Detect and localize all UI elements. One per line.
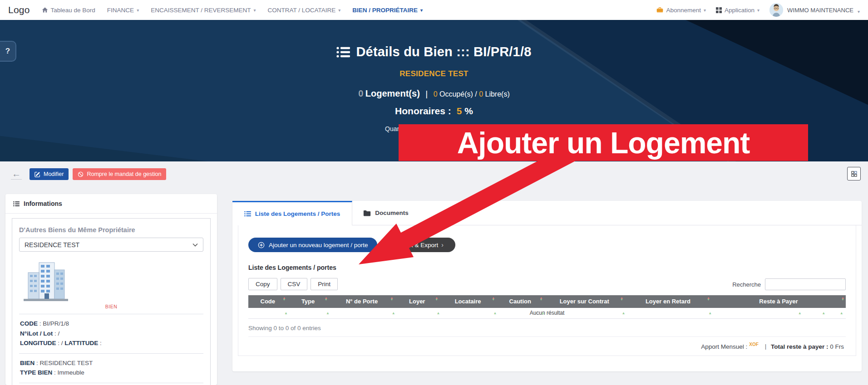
nav-label: BIEN / PROPRIÉTAIRE (352, 7, 418, 14)
libres-count: 0 (479, 90, 483, 98)
navbar-right: Abonnement ▾ Application ▾ WIMMO MAINTEN… (656, 3, 860, 17)
sort-icons: ▲▼ (325, 297, 328, 301)
col-caution[interactable]: Caution▲▼ (496, 295, 544, 308)
footer-sort-marker: ▲ (622, 311, 626, 315)
select-value: RESIDENCE TEST (25, 241, 79, 249)
rompre-mandat-button[interactable]: Rompre le mandat de gestion (73, 168, 166, 180)
caret-down-icon: ▾ (253, 8, 256, 13)
sort-icons: ▲▼ (707, 297, 710, 301)
user-menu[interactable]: WIMMO MAINTENANCE ▾ (769, 3, 860, 17)
col-no-porte[interactable]: N° de Porte▲▼ (329, 295, 395, 308)
caret-down-icon: ▾ (858, 9, 860, 14)
top-navbar: Logo Tableau de Bord FINANCE ▾ ENCAISSEM… (0, 0, 868, 20)
search-area: Recherche (732, 278, 846, 290)
sort-icons: ▲▼ (841, 297, 844, 301)
totals-separator: | (765, 343, 767, 350)
footer-sort-marker: ▲ (392, 311, 395, 315)
rompre-label: Rompre le mandat de gestion (87, 171, 161, 177)
briefcase-icon (656, 7, 663, 13)
nav-encaissement-reversement[interactable]: ENCAISSEMENT / REVERSEMENT ▾ (151, 7, 256, 14)
nav-contrat-locataire[interactable]: CONTRAT / LOCATAIRE ▾ (267, 7, 340, 14)
nav-label: Application (725, 7, 755, 14)
col-locataire[interactable]: Locataire▲▼ (439, 295, 496, 308)
export-buttons: Copy CSV Print (248, 278, 338, 290)
footer-sort-marker: ▲ (822, 311, 825, 315)
col-loyer[interactable]: Loyer▲▼ (395, 295, 439, 308)
search-input[interactable] (765, 278, 846, 290)
tab-liste-logements[interactable]: Liste des Logements / Portes (232, 201, 352, 225)
grid-squares-icon (851, 171, 857, 177)
layout-grid-button[interactable] (847, 167, 861, 180)
honoraires-label: Honoraires : (395, 106, 451, 116)
modifier-button[interactable]: Modifier (30, 168, 69, 180)
nav-label: FINANCE (107, 7, 134, 14)
caret-down-icon: ▾ (137, 8, 139, 13)
copy-button[interactable]: Copy (248, 278, 277, 290)
col-reste-payer[interactable]: Reste à Payer▲▼ (711, 295, 846, 308)
info-group-bien: BIEN : RESIDENCE TEST TYPE BIEN : Immeub… (19, 353, 203, 383)
annotation-banner: Ajouter un Logement (399, 124, 808, 161)
total-reste-label: Total reste à payer : (771, 343, 829, 350)
sort-icons: ▲▼ (435, 297, 438, 301)
nav-bien-proprietaire[interactable]: BIEN / PROPRIÉTAIRE ▾ (352, 7, 423, 14)
footer-sort-marker: ▲ (437, 311, 440, 315)
honoraires-value: 5 (457, 106, 462, 116)
totals-row: Apport Mensuel :XOF | Total reste à paye… (248, 336, 846, 356)
nav-finance[interactable]: FINANCE ▾ (107, 7, 139, 14)
libres-label: Libre(s) (485, 90, 510, 98)
app-logo[interactable]: Logo (8, 5, 30, 15)
building-image (19, 259, 203, 302)
col-type[interactable]: Type▲▼ (287, 295, 329, 308)
back-arrow[interactable]: ← (11, 169, 22, 180)
col-loyer-contrat[interactable]: Loyer sur Contrat▲▼ (544, 295, 625, 308)
sort-icons: ▲▼ (492, 297, 495, 301)
import-export-button[interactable]: Import & Export › (384, 238, 455, 252)
folder-icon (363, 210, 371, 216)
lot-row: N°iLot / Lot : / (20, 329, 202, 339)
print-button[interactable]: Print (311, 278, 338, 290)
debut-reversement-row: DEBUT DE REVERSEMENT : 05/05/2025 (19, 383, 203, 385)
caret-down-icon: ▾ (420, 8, 423, 13)
occupes-label: Occupé(s) / (439, 90, 477, 98)
other-biens-select[interactable]: RESIDENCE TEST (19, 238, 203, 252)
ban-icon (78, 171, 84, 177)
property-name: RESIDENCE TEST (0, 69, 868, 78)
import-export-label: Import & Export (395, 242, 438, 249)
search-label: Recherche (732, 281, 761, 288)
add-logement-button[interactable]: Ajouter un nouveau logement / porte (248, 238, 377, 252)
nav-tableau-de-bord[interactable]: Tableau de Bord (42, 7, 95, 14)
tab-documents[interactable]: Documents (352, 201, 419, 225)
col-loyer-retard[interactable]: Loyer en Retard▲▼ (625, 295, 711, 308)
csv-button[interactable]: CSV (281, 278, 308, 290)
plus-circle-icon (258, 242, 265, 249)
nav-label: ENCAISSEMENT / REVERSEMENT (151, 7, 251, 14)
hero-content: Détails du Bien ::: BI/PR/1/8 RESIDENCE … (0, 20, 868, 117)
col-code[interactable]: Code▲▼ (248, 295, 287, 308)
nav-label: Abonnement (666, 7, 701, 14)
grid-icon (716, 7, 722, 13)
avatar (769, 3, 783, 17)
page-title: Détails du Bien ::: BI/PR/1/8 (0, 44, 868, 59)
footer-sort-marker: ▲ (840, 311, 843, 315)
edit-icon (35, 171, 40, 177)
other-biens-label: D'Autres Biens du Même Propriétaire (19, 226, 203, 234)
quartier-partial-text: Quar (385, 125, 399, 132)
showing-entries: Showing 0 to 0 of 0 entries (248, 325, 846, 331)
nav-application[interactable]: Application ▾ (716, 7, 760, 14)
user-name: WIMMO MAINTENANCE (787, 7, 853, 14)
empty-message: Aucun résultat (530, 310, 565, 316)
sort-icons: ▲▼ (283, 297, 286, 301)
home-icon (42, 7, 48, 13)
list-icon (13, 201, 20, 207)
nav-abonnement[interactable]: Abonnement ▾ (656, 7, 706, 14)
apport-label: Apport Mensuel : (701, 343, 747, 350)
stats-separator: | (425, 89, 428, 98)
modifier-label: Modifier (44, 171, 64, 177)
list-icon (244, 211, 251, 217)
footer-sort-marker: ▲ (493, 311, 497, 315)
help-button[interactable]: ? (0, 41, 16, 62)
honoraires-unit: % (464, 106, 473, 116)
tab-label: Liste des Logements / Portes (255, 210, 340, 217)
honoraires: Honoraires : 5 % (0, 106, 868, 117)
chevron-down-icon (192, 243, 198, 247)
